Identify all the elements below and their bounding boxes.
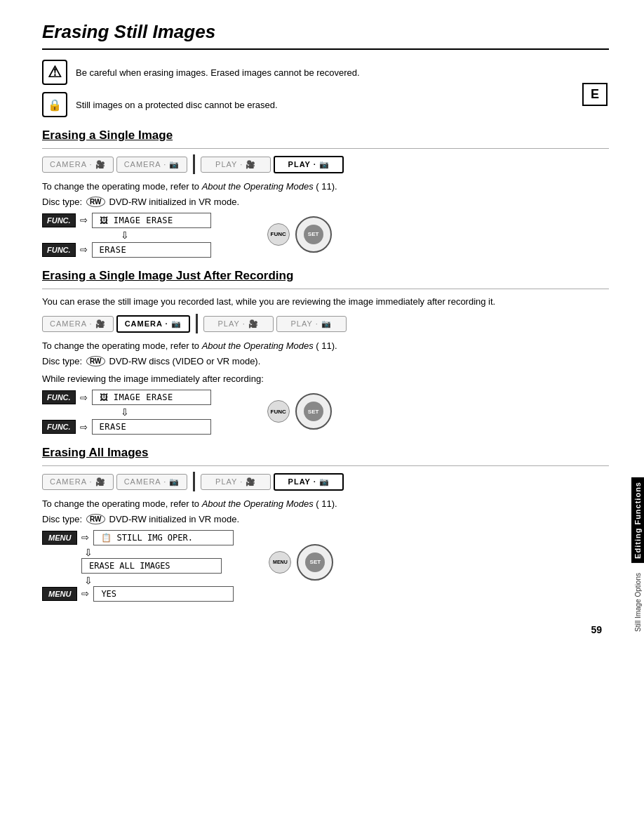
menu-box-erase-all: ERASE ALL IMAGES bbox=[81, 558, 222, 574]
mode-btn-camera-video-2[interactable]: CAMERA · 🎥 bbox=[42, 316, 114, 332]
still-image-options-label: Still Image Options bbox=[632, 569, 644, 636]
mode-separator-2 bbox=[196, 314, 198, 333]
set-dial-3: SET bbox=[297, 544, 333, 581]
func-btn-2a[interactable]: FUNC. bbox=[42, 390, 76, 404]
section1-body1: To change the operating mode, refer to A… bbox=[42, 180, 609, 194]
warning-box-1: ⚠ Be careful when erasing images. Erased… bbox=[42, 60, 609, 85]
menu-circle-3: MENU bbox=[269, 551, 291, 574]
set-center-3: SET bbox=[305, 552, 325, 572]
warning-text-2: Still images on a protected disc cannot … bbox=[76, 100, 278, 110]
down-arrow-3b: ⇩ bbox=[84, 575, 234, 586]
section2-description: You can erase the still image you record… bbox=[42, 295, 609, 309]
menu-btn-3a[interactable]: MENU bbox=[42, 531, 77, 545]
menu-btn-3c[interactable]: MENU bbox=[42, 587, 77, 601]
func-btn-2b[interactable]: FUNC. bbox=[42, 420, 76, 434]
mode-btn-play-video-3[interactable]: PLAY · 🎥 bbox=[201, 474, 271, 490]
set-center-1: SET bbox=[304, 225, 323, 244]
section2-mode-buttons: CAMERA · 🎥 CAMERA · 📷 PLAY · 🎥 PLAY · 📷 bbox=[42, 314, 609, 333]
mode-separator-3 bbox=[193, 472, 195, 491]
e-marker: E bbox=[582, 83, 608, 106]
protected-disc-icon: 🔒 bbox=[42, 92, 67, 117]
section1-title: Erasing a Single Image bbox=[42, 128, 609, 143]
section3-title: Erasing All Images bbox=[42, 446, 609, 460]
section-single-image: Erasing a Single Image CAMERA · 🎥 CAMERA… bbox=[42, 128, 609, 258]
mode-btn-camera-video-3[interactable]: CAMERA · 🎥 bbox=[42, 474, 114, 490]
section2-title: Erasing a Single Image Just After Record… bbox=[42, 269, 609, 283]
section1-func-steps: FUNC. ⇨ 🖼 IMAGE ERASE ⇩ FUNC. ⇨ ERASE bbox=[42, 213, 211, 258]
section3-rule bbox=[42, 465, 609, 466]
section3-disc-line: Disc type: RW DVD-RW initialized in VR m… bbox=[42, 514, 609, 524]
warning-icon-1: ⚠ bbox=[42, 60, 67, 85]
func-row-1b: FUNC. ⇨ ERASE bbox=[42, 242, 211, 258]
section2-control-diagram: FUNC SET bbox=[267, 393, 332, 430]
func-btn-1a[interactable]: FUNC. bbox=[42, 213, 76, 227]
mode-btn-play-photo-3[interactable]: PLAY · 📷 bbox=[274, 473, 344, 491]
func-row-2a: FUNC. ⇨ 🖼 IMAGE ERASE bbox=[42, 390, 211, 405]
mode-btn-camera-photo-2[interactable]: CAMERA · 📷 bbox=[116, 315, 190, 333]
right-side-labels: Editing Functions Still Image Options bbox=[631, 477, 644, 636]
menu-box-yes: YES bbox=[93, 586, 234, 602]
mode-btn-camera-photo-1[interactable]: CAMERA · 📷 bbox=[116, 157, 188, 173]
down-arrow-1a: ⇩ bbox=[121, 230, 211, 241]
e-label: E bbox=[591, 87, 599, 101]
section1-mode-buttons: CAMERA · 🎥 CAMERA · 📷 PLAY · 🎥 PLAY · 📷 bbox=[42, 154, 609, 174]
mode-btn-camera-video-1[interactable]: CAMERA · 🎥 bbox=[42, 157, 114, 173]
func-box-erase-1: ERASE bbox=[92, 242, 211, 258]
section3-mode-buttons: CAMERA · 🎥 CAMERA · 📷 PLAY · 🎥 PLAY · 📷 bbox=[42, 472, 609, 491]
mode-btn-camera-photo-3[interactable]: CAMERA · 📷 bbox=[116, 474, 188, 490]
section1-rule bbox=[42, 148, 609, 149]
section1-disc-line: Disc type: RW DVD-RW initialized in VR m… bbox=[42, 197, 609, 207]
section3-menu-steps: MENU ⇨ 📋 STILL IMG OPER. ⇩ ERASE ALL IMA… bbox=[42, 530, 234, 603]
disc-badge-1: RW bbox=[86, 197, 105, 207]
func-circle-2: FUNC bbox=[267, 400, 290, 423]
section3-body1: To change the operating mode, refer to A… bbox=[42, 497, 609, 511]
func-box-image-erase-1: 🖼 IMAGE ERASE bbox=[92, 213, 211, 228]
warning-box-2: 🔒 Still images on a protected disc canno… bbox=[42, 92, 609, 117]
func-row-2b: FUNC. ⇨ ERASE bbox=[42, 419, 211, 435]
page-title: Erasing Still Images bbox=[42, 21, 609, 43]
title-rule bbox=[42, 48, 609, 50]
func-btn-1b[interactable]: FUNC. bbox=[42, 243, 76, 257]
mode-btn-play-video-1[interactable]: PLAY · 🎥 bbox=[201, 157, 271, 173]
menu-row-3b: ERASE ALL IMAGES bbox=[42, 558, 234, 574]
editing-functions-label: Editing Functions bbox=[631, 477, 644, 563]
disc-badge-3: RW bbox=[86, 514, 105, 524]
section-single-image-after: Erasing a Single Image Just After Record… bbox=[42, 269, 609, 435]
section-all-images: Erasing All Images CAMERA · 🎥 CAMERA · 📷… bbox=[42, 446, 609, 610]
menu-row-3a: MENU ⇨ 📋 STILL IMG OPER. bbox=[42, 530, 234, 545]
set-center-2: SET bbox=[304, 402, 323, 421]
func-row-1a: FUNC. ⇨ 🖼 IMAGE ERASE bbox=[42, 213, 211, 228]
set-dial-2: SET bbox=[295, 393, 332, 430]
down-arrow-2a: ⇩ bbox=[121, 406, 211, 418]
warning-text-1: Be careful when erasing images. Erased i… bbox=[76, 67, 360, 78]
set-dial-1: SET bbox=[295, 216, 332, 253]
down-arrow-3a: ⇩ bbox=[84, 547, 234, 558]
menu-row-3c: MENU ⇨ YES bbox=[42, 586, 234, 602]
mode-btn-play-photo-1[interactable]: PLAY · 📷 bbox=[274, 156, 344, 173]
page-number: 59 bbox=[591, 624, 602, 635]
mode-btn-play-video-2[interactable]: PLAY · 🎥 bbox=[203, 316, 274, 332]
section3-control-diagram: MENU SET bbox=[269, 544, 333, 581]
section1-control-diagram: FUNC SET bbox=[267, 216, 332, 253]
mode-separator-1 bbox=[193, 154, 195, 174]
section2-func-steps: FUNC. ⇨ 🖼 IMAGE ERASE ⇩ FUNC. ⇨ ERASE bbox=[42, 390, 211, 435]
section2-rule bbox=[42, 289, 609, 289]
section2-disc-line: Disc type: RW DVD-RW discs (VIDEO or VR … bbox=[42, 356, 609, 366]
disc-badge-2: RW bbox=[86, 356, 105, 366]
menu-box-still-img: 📋 STILL IMG OPER. bbox=[93, 530, 234, 545]
section2-while: While reviewing the image immediately af… bbox=[42, 372, 609, 386]
func-box-image-erase-2: 🖼 IMAGE ERASE bbox=[92, 390, 211, 405]
section2-body1: To change the operating mode, refer to A… bbox=[42, 339, 609, 353]
func-circle-1: FUNC bbox=[267, 223, 290, 246]
mode-btn-play-photo-2[interactable]: PLAY · 📷 bbox=[276, 316, 347, 332]
func-box-erase-2: ERASE bbox=[92, 419, 211, 435]
